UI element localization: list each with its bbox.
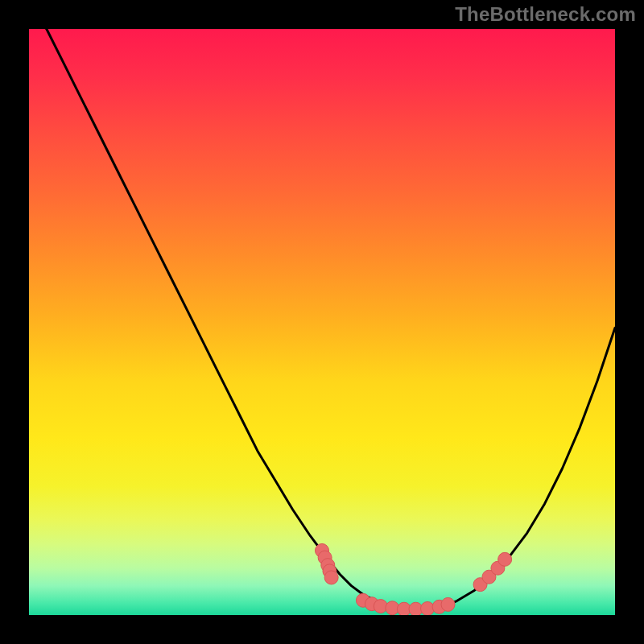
chart-plot-area <box>29 29 615 615</box>
watermark-text: TheBottleneck.com <box>455 3 636 26</box>
chart-svg <box>29 29 615 615</box>
bottleneck-curve <box>29 29 615 609</box>
chart-point <box>498 552 512 566</box>
chart-point <box>324 571 338 584</box>
chart-point <box>441 597 455 611</box>
